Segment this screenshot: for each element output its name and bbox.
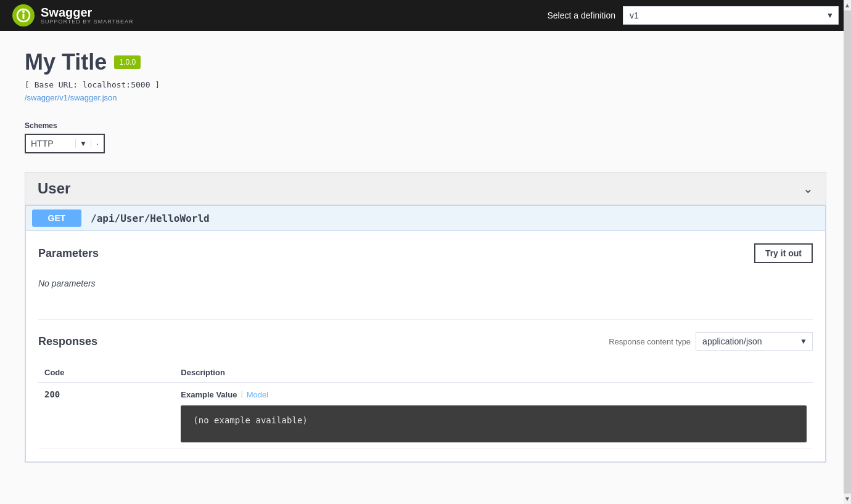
- schemes-section: Schemes HTTP HTTPS ▼ ·: [25, 121, 826, 153]
- responses-section: Responses Response content type applicat…: [38, 319, 813, 449]
- endpoint-header[interactable]: GET /api/User/HelloWorld: [26, 206, 825, 230]
- content-type-select-wrapper[interactable]: application/json text/plain ▼: [696, 332, 813, 351]
- schemes-label: Schemes: [25, 121, 826, 130]
- schemes-dot[interactable]: ·: [91, 139, 104, 148]
- title-section: My Title 1.0.0 [ Base URL: localhost:500…: [25, 49, 826, 103]
- scrollbar[interactable]: ▲ ▼: [844, 0, 851, 494]
- swagger-logo-icon: [12, 4, 35, 26]
- definition-select[interactable]: v1 v2: [623, 6, 839, 25]
- logo-swagger-label: Swagger: [41, 6, 134, 18]
- scroll-up-arrow-icon[interactable]: ▲: [842, 0, 851, 10]
- model-tab[interactable]: Model: [247, 389, 268, 400]
- example-value-tab[interactable]: Example Value: [181, 389, 237, 400]
- table-row: 200 Example Value | Model (no: [38, 383, 813, 449]
- user-section-chevron-icon: ⌄: [803, 181, 813, 196]
- description-column-header: Description: [175, 363, 813, 383]
- endpoint-body: Parameters Try it out No parameters Resp…: [26, 230, 825, 461]
- content-type-select[interactable]: application/json text/plain: [696, 333, 795, 350]
- schemes-select[interactable]: HTTP HTTPS: [26, 135, 75, 152]
- get-method-badge: GET: [32, 209, 81, 227]
- example-code-text: (no example available): [193, 415, 307, 425]
- content-type-label: Response content type: [609, 337, 691, 346]
- schemes-dropdown-icon[interactable]: ▼: [75, 139, 91, 148]
- no-parameters-text: No parameters: [38, 272, 813, 307]
- version-badge: 1.0.0: [114, 55, 141, 69]
- user-section-header[interactable]: User ⌄: [25, 173, 826, 205]
- parameters-title: Parameters: [38, 247, 99, 260]
- responses-title: Responses: [38, 335, 97, 348]
- content-type-arrow-icon: ▼: [795, 337, 812, 346]
- user-api-section: User ⌄ GET /api/User/HelloWorld Paramete…: [25, 172, 826, 463]
- get-helloworld-endpoint: GET /api/User/HelloWorld Parameters Try …: [25, 205, 826, 462]
- responses-table-header-row: Code Description: [38, 363, 813, 383]
- svg-point-2: [22, 10, 25, 13]
- definition-dropdown-wrapper[interactable]: v1 v2 ▼: [623, 6, 839, 25]
- parameters-row: Parameters Try it out: [38, 243, 813, 263]
- example-code-block: (no example available): [181, 405, 807, 442]
- base-url: [ Base URL: localhost:5000 ]: [25, 80, 826, 89]
- scrollbar-track[interactable]: [844, 10, 851, 494]
- endpoint-path: /api/User/HelloWorld: [81, 213, 210, 224]
- definition-select-area: Select a definition v1 v2 ▼: [547, 6, 839, 25]
- api-title: My Title: [25, 49, 107, 75]
- response-code-200: 200: [44, 389, 60, 399]
- swagger-json-link[interactable]: /swagger/v1/swagger.json: [25, 93, 117, 102]
- code-column-header: Code: [38, 363, 175, 383]
- responses-table: Code Description 200: [38, 363, 813, 449]
- logo-area: Swagger SUPPORTED BY SMARTBEAR: [12, 4, 134, 26]
- content-type-area: Response content type application/json t…: [609, 332, 813, 351]
- example-tabs: Example Value | Model: [181, 389, 807, 400]
- user-section-title: User: [38, 180, 70, 197]
- tab-separator: |: [237, 389, 246, 400]
- logo-smartbear-label: SUPPORTED BY SMARTBEAR: [41, 18, 134, 25]
- responses-row: Responses Response content type applicat…: [38, 332, 813, 351]
- schemes-select-wrapper: HTTP HTTPS ▼ ·: [25, 134, 105, 153]
- select-definition-label: Select a definition: [547, 10, 615, 20]
- main-content: My Title 1.0.0 [ Base URL: localhost:500…: [12, 31, 839, 494]
- svg-rect-3: [23, 14, 25, 19]
- title-row: My Title 1.0.0: [25, 49, 826, 75]
- try-it-out-button[interactable]: Try it out: [754, 243, 813, 263]
- logo-text-group: Swagger SUPPORTED BY SMARTBEAR: [41, 6, 134, 25]
- header: Swagger SUPPORTED BY SMARTBEAR Select a …: [0, 0, 851, 31]
